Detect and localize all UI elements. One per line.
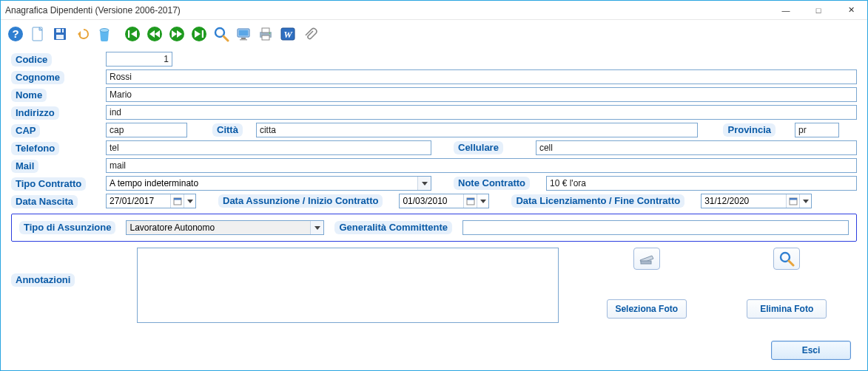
chevron-down-icon[interactable]: [477, 194, 488, 208]
chevron-down-icon[interactable]: [799, 194, 811, 208]
svg-line-23: [223, 36, 228, 41]
seleziona-foto-button[interactable]: Seleziona Foto: [607, 299, 687, 319]
data-licenziamento-field[interactable]: 31/12/2020: [701, 194, 812, 208]
generalita-committente-field[interactable]: [462, 220, 849, 235]
zoom-icon-button[interactable]: [773, 248, 800, 270]
esci-button[interactable]: Esci: [771, 341, 851, 360]
note-contratto-field[interactable]: [546, 176, 857, 191]
label-cellulare: Cellulare: [454, 141, 503, 154]
label-tipo-assunzione: Tipo di Assunzione: [19, 221, 115, 234]
first-icon[interactable]: [122, 24, 143, 44]
label-citta: Città: [212, 123, 243, 137]
last-icon[interactable]: [189, 24, 209, 44]
annotazioni-field[interactable]: [137, 248, 559, 323]
data-nascita-field[interactable]: 27/01/2017: [106, 194, 196, 208]
nome-field[interactable]: [106, 87, 857, 102]
svg-rect-40: [641, 261, 651, 264]
label-codice: Codice: [11, 53, 52, 67]
telefono-field[interactable]: [106, 140, 431, 155]
new-icon[interactable]: [27, 24, 48, 44]
tipo-contratto-value: A tempo indeterminato: [107, 178, 417, 188]
svg-rect-5: [56, 29, 64, 33]
minimize-button[interactable]: —: [770, 1, 802, 20]
chevron-down-icon[interactable]: [310, 221, 323, 234]
tipo-contratto-combo[interactable]: A tempo indeterminato: [106, 176, 431, 191]
save-icon[interactable]: [50, 24, 70, 44]
svg-rect-25: [239, 30, 249, 35]
monitor-icon[interactable]: [233, 24, 254, 44]
label-annotazioni: Annotazioni: [11, 273, 75, 287]
attach-icon[interactable]: [300, 24, 320, 44]
svg-rect-21: [202, 30, 203, 38]
svg-rect-29: [262, 28, 269, 33]
svg-point-9: [100, 28, 109, 32]
chevron-down-icon[interactable]: [184, 194, 195, 208]
svg-rect-7: [61, 29, 62, 33]
cognome-field[interactable]: [106, 69, 857, 84]
calendar-icon[interactable]: [786, 194, 799, 208]
codice-field[interactable]: [106, 52, 172, 67]
svg-rect-35: [174, 198, 181, 200]
cap-field[interactable]: [106, 123, 187, 137]
close-button[interactable]: ✕: [835, 1, 867, 20]
svg-rect-11: [128, 30, 129, 38]
label-mail: Mail: [11, 160, 38, 173]
svg-rect-30: [262, 35, 269, 40]
tipo-assunzione-combo[interactable]: Lavoratore Autonomo: [126, 220, 324, 235]
label-cognome: Cognome: [11, 71, 64, 84]
label-tipo-contratto: Tipo Contratto: [11, 177, 86, 191]
label-generalita-committente: Generalità Committente: [334, 221, 452, 234]
svg-rect-39: [790, 198, 797, 200]
svg-rect-6: [56, 35, 64, 39]
svg-text:?: ?: [12, 27, 18, 40]
maximize-button[interactable]: □: [802, 1, 835, 20]
undo-icon[interactable]: [72, 24, 92, 44]
title-bar: Anagrafica Dipendenti (Versione 2006-201…: [1, 1, 867, 20]
help-icon[interactable]: ?: [5, 24, 26, 44]
indirizzo-field[interactable]: [106, 105, 857, 120]
svg-line-42: [789, 261, 793, 265]
provincia-field[interactable]: [795, 123, 839, 137]
next-icon[interactable]: [166, 24, 187, 44]
prev-icon[interactable]: [144, 24, 165, 44]
label-cap: CAP: [11, 124, 40, 137]
label-data-licenziamento: Data Licenziamento / Fine Contratto: [511, 194, 684, 208]
label-data-nascita: Data Nascita: [11, 195, 78, 208]
label-telefono: Telefono: [11, 142, 59, 155]
chevron-down-icon[interactable]: [417, 177, 431, 190]
search-icon[interactable]: [211, 24, 232, 44]
tipo-assunzione-value: Lavoratore Autonomo: [127, 222, 310, 233]
label-indirizzo: Indirizzo: [11, 106, 59, 120]
elimina-foto-button[interactable]: Elimina Foto: [747, 299, 827, 319]
svg-rect-26: [241, 38, 246, 39]
mail-field[interactable]: [106, 158, 857, 173]
calendar-icon[interactable]: [170, 194, 184, 208]
label-nome: Nome: [11, 89, 47, 102]
svg-rect-37: [467, 198, 474, 200]
print-icon[interactable]: [255, 24, 276, 44]
cellulare-field[interactable]: [536, 140, 857, 155]
label-note-contratto: Note Contratto: [454, 177, 530, 190]
form: Codice Cognome Nome Indirizzo CAP Città …: [1, 45, 867, 323]
data-assunzione-field[interactable]: 01/03/2010: [399, 194, 489, 208]
toolbar: ? W: [1, 20, 867, 45]
citta-field[interactable]: [256, 123, 699, 137]
label-provincia: Provincia: [723, 123, 776, 137]
window-title: Anagrafica Dipendenti (Versione 2006-201…: [5, 5, 181, 16]
delete-icon[interactable]: [94, 24, 115, 44]
svg-point-31: [269, 33, 271, 34]
word-icon[interactable]: W: [277, 24, 298, 44]
svg-rect-27: [240, 39, 247, 41]
scanner-icon-button[interactable]: [633, 248, 660, 270]
svg-text:W: W: [283, 29, 293, 40]
assunzione-group: Tipo di Assunzione Lavoratore Autonomo G…: [11, 214, 857, 242]
calendar-icon[interactable]: [463, 194, 477, 208]
label-data-assunzione: Data Assunzione / Inizio Contratto: [218, 194, 383, 208]
